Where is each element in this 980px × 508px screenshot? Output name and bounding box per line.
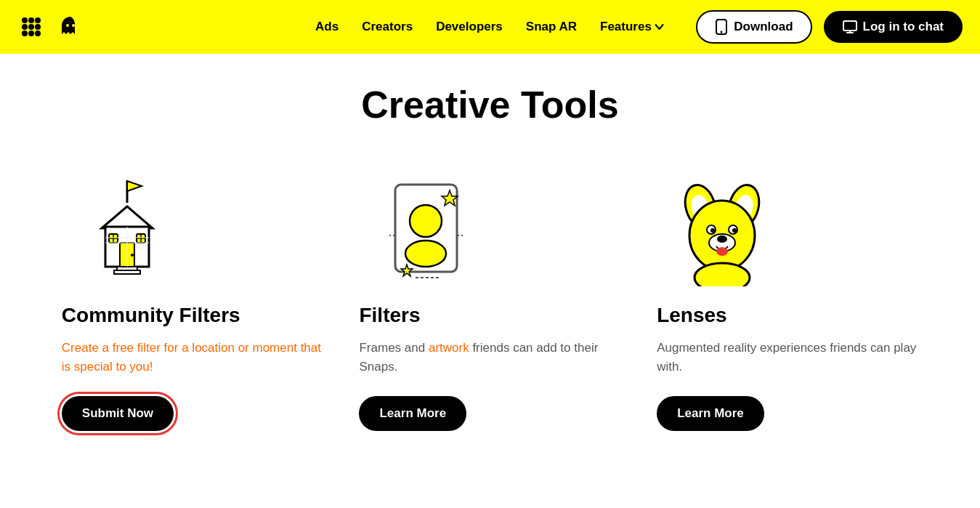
cards-row: Community Filters Create a free filter f… <box>58 170 922 431</box>
lenses-illustration <box>657 170 787 286</box>
filters-title: Filters <box>359 304 420 327</box>
download-button[interactable]: Download <box>696 10 811 44</box>
community-filters-illustration <box>62 170 193 286</box>
svg-point-46 <box>710 228 715 233</box>
filters-learn-more-button[interactable]: Learn More <box>359 396 466 431</box>
svg-point-8 <box>35 31 41 36</box>
nav-link-creators[interactable]: Creators <box>362 20 413 34</box>
svg-point-34 <box>405 241 446 267</box>
chevron-down-icon <box>655 22 665 32</box>
svg-point-1 <box>28 17 34 23</box>
navbar: Ads Creators Developers Snap AR Features… <box>0 0 980 54</box>
nav-link-features[interactable]: Features <box>600 20 665 34</box>
community-filters-desc: Create a free filter for a location or m… <box>62 339 323 376</box>
mobile-icon <box>715 19 728 35</box>
svg-point-51 <box>694 263 750 286</box>
nav-link-snap-ar[interactable]: Snap AR <box>526 20 577 34</box>
svg-point-5 <box>35 24 41 30</box>
svg-point-9 <box>66 24 69 27</box>
grid-icon[interactable] <box>17 13 45 41</box>
nav-link-ads[interactable]: Ads <box>315 20 339 34</box>
main-content: Creative Tools <box>0 54 980 475</box>
filters-card: Filters Frames and artwork friends can a… <box>359 170 620 431</box>
svg-rect-27 <box>114 270 140 274</box>
svg-point-7 <box>28 31 34 36</box>
svg-point-4 <box>28 24 34 30</box>
lenses-title: Lenses <box>657 304 727 327</box>
svg-point-12 <box>721 31 723 33</box>
svg-point-19 <box>131 254 134 257</box>
svg-point-50 <box>716 247 728 256</box>
lenses-desc: Augmented reality experiences friends ca… <box>657 339 918 376</box>
nav-links: Ads Creators Developers Snap AR Features <box>315 20 665 34</box>
login-button[interactable]: Log in to chat <box>824 11 963 43</box>
community-filters-card: Community Filters Create a free filter f… <box>62 170 323 431</box>
svg-point-0 <box>22 17 28 23</box>
submit-now-button[interactable]: Submit Now <box>62 396 174 431</box>
nav-right: Download Log in to chat <box>696 10 963 44</box>
svg-point-49 <box>717 235 727 243</box>
svg-point-2 <box>35 17 41 23</box>
lenses-card: Lenses Augmented reality experiences fri… <box>657 170 918 431</box>
filters-desc: Frames and artwork friends can add to th… <box>359 339 620 376</box>
ghost-icon[interactable] <box>57 13 84 41</box>
svg-point-6 <box>22 31 28 36</box>
svg-point-3 <box>22 24 28 30</box>
community-filters-title: Community Filters <box>62 304 240 327</box>
svg-rect-13 <box>843 21 857 31</box>
svg-point-10 <box>72 24 75 27</box>
nav-link-developers[interactable]: Developers <box>436 20 503 34</box>
svg-point-33 <box>410 205 442 237</box>
svg-point-47 <box>732 228 737 233</box>
page-title: Creative Tools <box>58 83 922 126</box>
nav-left <box>17 13 84 41</box>
svg-marker-16 <box>102 206 153 228</box>
lenses-learn-more-button[interactable]: Learn More <box>657 396 764 431</box>
filters-illustration <box>359 170 490 286</box>
monitor-icon <box>843 20 857 33</box>
svg-marker-15 <box>127 181 142 191</box>
